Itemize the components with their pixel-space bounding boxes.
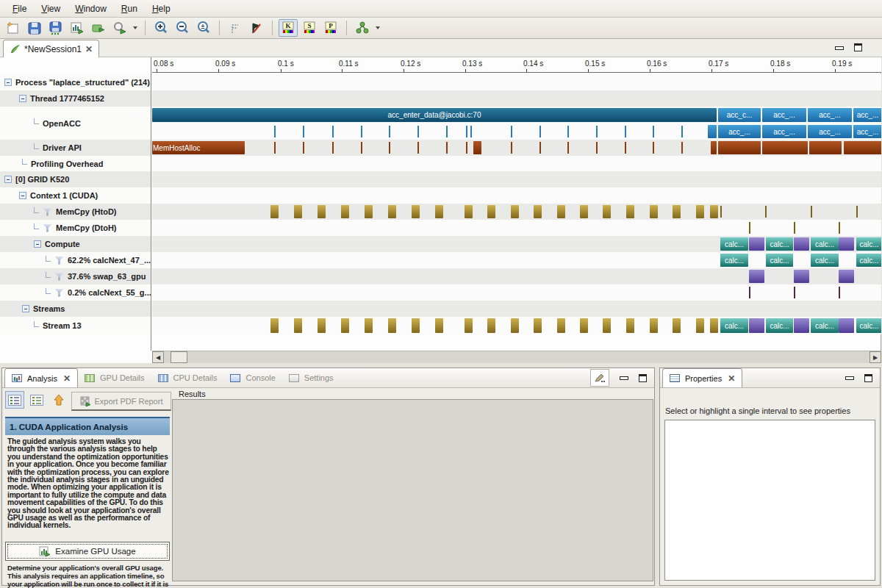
dropdown-caret-icon[interactable] [376,26,380,29]
process-colormap-button[interactable]: P [321,19,340,37]
interval-bar[interactable] [844,141,881,154]
maximize-button[interactable] [864,374,872,382]
interval-bar-acc-[interactable]: acc_... [853,125,881,138]
timeline-row-profiling-overhead[interactable] [152,156,881,171]
interval-bar[interactable] [487,318,495,333]
interval-bar-calc-[interactable]: calc... [856,237,881,251]
interval-tick[interactable] [567,142,569,154]
tree-row-openacc[interactable]: OpenACC [0,107,151,140]
interval-bar[interactable] [270,205,279,218]
timeline-row-compute[interactable]: calc...calc...calc...calc... [152,236,881,252]
interval-tick[interactable] [794,222,795,234]
interval-bar-acc-[interactable]: acc_... [853,108,881,122]
interval-bar-calc-[interactable]: calc... [856,254,881,267]
timeline-row-kernel-62[interactable]: calc...calc...calc...calc... [152,252,881,268]
interval-bar-calc-[interactable]: calc... [720,318,748,333]
interval-bar-acc-[interactable]: acc_... [718,125,761,138]
timeline-row-process[interactable] [152,74,881,90]
menu-file[interactable]: File [6,2,33,15]
interval-bar[interactable] [580,205,588,218]
interval-bar[interactable] [673,318,681,333]
interval-bar[interactable] [762,141,808,154]
menu-window[interactable]: Window [68,2,113,15]
interval-bar-acc-c-[interactable]: acc_c... [718,108,761,122]
interval-bar[interactable] [318,318,326,333]
interval-bar[interactable] [435,205,443,218]
zoom-out-button[interactable] [173,19,192,37]
timeline-row-kernel-37[interactable] [152,268,881,284]
interval-tick[interactable] [511,142,512,154]
interval-tick[interactable] [446,142,448,154]
interval-bar[interactable] [794,318,809,333]
interval-tick[interactable] [511,126,512,137]
collapse-icon[interactable] [22,305,29,312]
save-button[interactable] [25,19,44,37]
interval-tick[interactable] [681,126,683,137]
interval-bar-acc-enter-data-jacobi-c-70[interactable]: acc_enter_data@jacobi.c:70 [152,108,717,122]
interval-bar[interactable] [341,205,349,218]
export-pdf-button[interactable]: Export PDF Report [71,392,171,411]
interval-bar[interactable] [794,270,809,283]
interval-tick[interactable] [749,287,750,298]
interval-bar-calc-[interactable]: calc... [811,318,839,333]
tree-row-stream-13[interactable]: Stream 13 [0,317,151,334]
interval-bar[interactable] [626,318,634,333]
interval-tick[interactable] [839,287,840,298]
generate-timeline-button[interactable] [68,19,87,37]
filter-icon[interactable] [54,273,64,281]
timeline-row-openacc-sub[interactable]: acc_...acc_...acc_...acc_... [152,123,881,140]
timeline-row-context-1[interactable] [152,187,881,204]
interval-bar-calc-[interactable]: calc... [811,254,839,267]
interval-tick[interactable] [596,126,598,137]
interval-tick[interactable] [653,126,654,137]
interval-tick[interactable] [839,222,840,234]
unguided-analysis-button[interactable] [27,391,46,409]
interval-bar[interactable] [294,205,302,218]
interval-bar[interactable] [534,318,542,333]
interval-tick[interactable] [596,142,598,154]
tree-row-context-1-cuda-[interactable]: Context 1 (CUDA) [0,187,151,204]
interval-tick[interactable] [856,206,858,218]
tab-cpu-details[interactable]: CPU Details [151,368,224,387]
horizontal-scrollbar[interactable]: ◀ ▶ [152,351,881,363]
interval-bar[interactable] [487,205,495,218]
interval-bar-acc-[interactable]: acc_... [762,125,806,138]
interval-bar-calc-[interactable]: calc... [811,237,839,251]
interval-tick[interactable] [466,126,467,137]
interval-bar[interactable] [696,205,704,218]
tree-row-0-2-calcnext-55-g-[interactable]: 0.2% calcNext_55_g... [0,284,151,301]
interval-bar[interactable] [839,270,854,283]
interval-tick[interactable] [417,142,419,154]
back-up-button[interactable] [49,391,68,409]
minimize-button[interactable] [835,44,844,51]
interval-bar-calc-[interactable]: calc... [856,318,881,333]
interval-bar-calc-[interactable]: calc... [766,237,793,251]
tab-gpu-details[interactable]: GPU Details [78,368,151,387]
interval-bar[interactable] [839,237,854,251]
interval-bar[interactable] [580,318,588,333]
interval-bar-calc-[interactable]: calc... [766,254,793,267]
interval-tick[interactable] [539,126,541,137]
rename-session-button[interactable] [89,19,108,37]
interval-tick[interactable] [625,126,626,137]
interval-tick[interactable] [332,126,334,137]
new-session-button[interactable] [4,19,23,37]
interval-bar[interactable] [534,205,542,218]
guided-analysis-button[interactable] [5,391,24,409]
interval-tick[interactable] [466,142,467,154]
interval-tick[interactable] [303,142,304,154]
interval-tick[interactable] [765,206,767,218]
interval-bar[interactable] [794,237,809,251]
tree-row-streams[interactable]: Streams [0,301,151,317]
interval-tick[interactable] [332,142,334,154]
interval-bar[interactable] [839,318,854,333]
interval-bar-acc-[interactable]: acc_... [808,125,852,138]
interval-bar[interactable] [626,205,634,218]
interval-bar[interactable] [650,205,658,218]
interval-bar[interactable] [318,205,326,218]
tree-row-37-6-swap-63-gpu[interactable]: 37.6% swap_63_gpu [0,268,151,284]
interval-tick[interactable] [567,126,569,137]
interval-bar[interactable] [708,125,717,138]
interval-bar[interactable] [749,237,764,251]
interval-bar[interactable] [557,318,565,333]
